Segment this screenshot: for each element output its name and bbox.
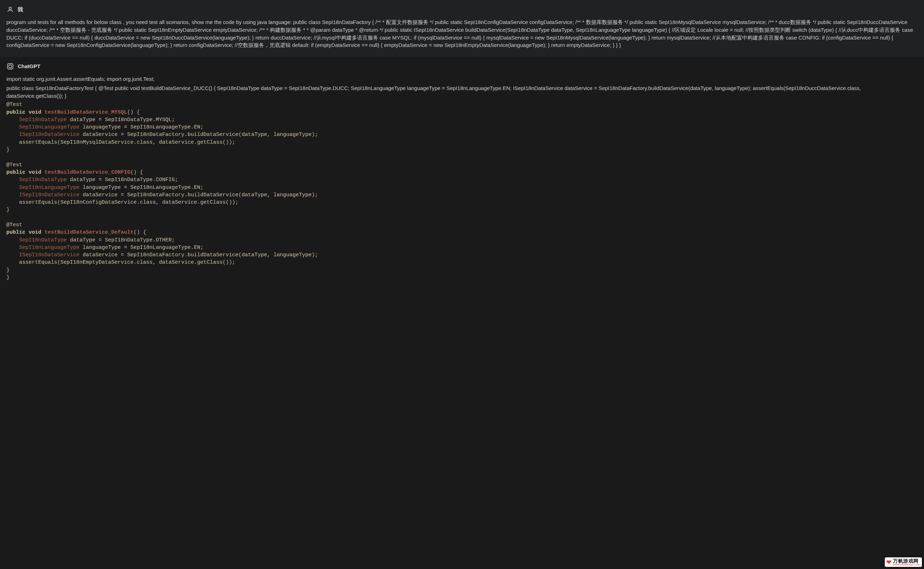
- svg-point-0: [9, 7, 12, 9]
- assistant-intro-line1: import static org.junit.Assert.assertEqu…: [6, 75, 918, 83]
- watermark-text: 万帆游戏网 www.hbwanfan.com: [893, 558, 920, 566]
- assistant-message-header: ChatGPT: [6, 62, 918, 70]
- watermark-title: 万帆游戏网: [893, 558, 920, 563]
- user-message-text: program unit tests for all methods for b…: [6, 18, 918, 49]
- watermark-url: www.hbwanfan.com: [893, 563, 920, 566]
- assistant-intro-line2: public class SepI18nDataFactoryTest { @T…: [6, 84, 918, 100]
- svg-rect-1: [8, 64, 13, 69]
- assistant-name-label: ChatGPT: [18, 62, 40, 70]
- svg-rect-2: [9, 65, 12, 68]
- user-message-header: 我: [6, 6, 918, 14]
- user-message-block: 我 program unit tests for all methods for…: [0, 0, 924, 57]
- user-name-label: 我: [18, 6, 23, 14]
- assistant-message-block: ChatGPT import static org.junit.Assert.a…: [0, 57, 924, 289]
- chatgpt-icon: [6, 62, 14, 70]
- chat-page: 我 program unit tests for all methods for…: [0, 0, 924, 289]
- site-watermark: ❤ 万帆游戏网 www.hbwanfan.com: [885, 557, 922, 567]
- assistant-code-block: @Test public void testBuildDataService_M…: [6, 101, 918, 281]
- user-avatar-icon: [6, 6, 14, 14]
- heart-icon: ❤: [886, 559, 892, 566]
